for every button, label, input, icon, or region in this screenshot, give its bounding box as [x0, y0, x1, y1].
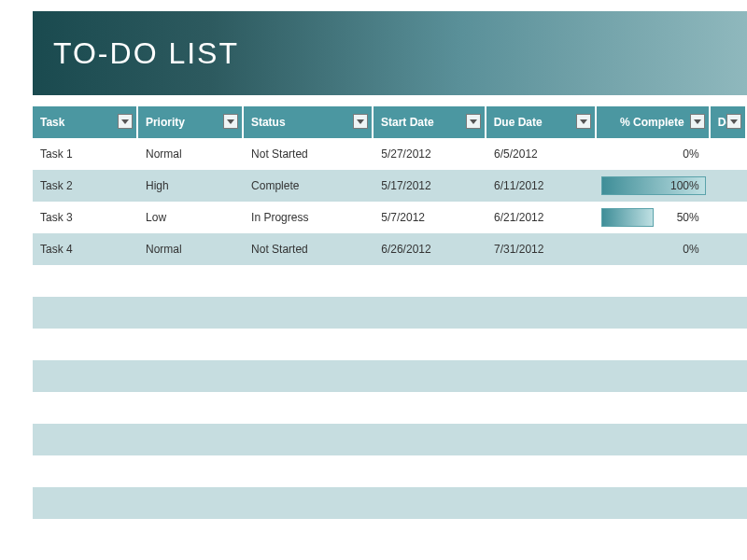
cell-due-date[interactable]: 6/11/2012 — [486, 170, 598, 202]
empty-cell[interactable] — [244, 360, 374, 392]
filter-dropdown-icon[interactable] — [726, 114, 741, 129]
column-header-priority[interactable]: Priority — [138, 106, 244, 138]
empty-cell[interactable] — [244, 392, 374, 424]
cell-priority[interactable]: Normal — [138, 233, 244, 265]
cell-start-date[interactable]: 5/7/2012 — [374, 202, 486, 233]
empty-cell[interactable] — [374, 297, 486, 329]
empty-cell[interactable] — [33, 487, 138, 519]
cell-task[interactable]: Task 3 — [33, 202, 138, 233]
table-row-empty[interactable] — [33, 455, 747, 487]
cell-done[interactable] — [711, 170, 747, 202]
cell-start-date[interactable]: 5/17/2012 — [374, 170, 486, 202]
empty-cell[interactable] — [138, 360, 244, 392]
empty-cell[interactable] — [138, 424, 244, 455]
empty-cell[interactable] — [598, 265, 711, 297]
empty-cell[interactable] — [138, 392, 244, 424]
cell-percent-complete[interactable]: 0% — [598, 233, 711, 265]
column-header--complete[interactable]: % Complete — [597, 106, 710, 138]
empty-cell[interactable] — [374, 519, 486, 551]
empty-cell[interactable] — [244, 424, 374, 455]
empty-cell[interactable] — [486, 487, 598, 519]
cell-task[interactable]: Task 2 — [33, 170, 138, 202]
cell-due-date[interactable]: 6/5/2012 — [486, 138, 598, 170]
filter-dropdown-icon[interactable] — [118, 114, 133, 129]
empty-cell[interactable] — [711, 360, 747, 392]
empty-cell[interactable] — [486, 519, 598, 551]
cell-done[interactable] — [711, 202, 747, 233]
empty-cell[interactable] — [374, 455, 486, 487]
column-header-don[interactable]: Don — [711, 106, 747, 138]
cell-priority[interactable]: Low — [138, 202, 244, 233]
table-row-empty[interactable] — [33, 329, 747, 360]
empty-cell[interactable] — [486, 424, 598, 455]
cell-status[interactable]: Not Started — [244, 138, 374, 170]
cell-done[interactable] — [711, 233, 747, 265]
empty-cell[interactable] — [244, 487, 374, 519]
empty-cell[interactable] — [374, 329, 486, 360]
empty-cell[interactable] — [33, 392, 138, 424]
filter-dropdown-icon[interactable] — [353, 114, 368, 129]
empty-cell[interactable] — [33, 455, 138, 487]
cell-task[interactable]: Task 1 — [33, 138, 138, 170]
empty-cell[interactable] — [598, 424, 711, 455]
empty-cell[interactable] — [244, 265, 374, 297]
empty-cell[interactable] — [486, 455, 598, 487]
empty-cell[interactable] — [138, 487, 244, 519]
cell-start-date[interactable]: 6/26/2012 — [374, 233, 486, 265]
empty-cell[interactable] — [138, 455, 244, 487]
empty-cell[interactable] — [711, 487, 747, 519]
column-header-status[interactable]: Status — [244, 106, 374, 138]
cell-priority[interactable]: High — [138, 170, 244, 202]
column-header-due-date[interactable]: Due Date — [486, 106, 598, 138]
empty-cell[interactable] — [33, 519, 138, 551]
empty-cell[interactable] — [33, 265, 138, 297]
table-row-empty[interactable] — [33, 297, 747, 329]
empty-cell[interactable] — [711, 329, 747, 360]
empty-cell[interactable] — [244, 455, 374, 487]
empty-cell[interactable] — [374, 487, 486, 519]
empty-cell[interactable] — [486, 297, 598, 329]
filter-dropdown-icon[interactable] — [690, 114, 705, 129]
cell-status[interactable]: In Progress — [244, 202, 374, 233]
table-row[interactable]: Task 1NormalNot Started5/27/20126/5/2012… — [33, 138, 747, 170]
empty-cell[interactable] — [138, 519, 244, 551]
table-row-empty[interactable] — [33, 487, 747, 519]
column-header-task[interactable]: Task — [33, 106, 138, 138]
empty-cell[interactable] — [711, 297, 747, 329]
empty-cell[interactable] — [33, 424, 138, 455]
table-row[interactable]: Task 3LowIn Progress5/7/20126/21/201250% — [33, 202, 747, 233]
empty-cell[interactable] — [244, 297, 374, 329]
cell-start-date[interactable]: 5/27/2012 — [374, 138, 486, 170]
empty-cell[interactable] — [486, 392, 598, 424]
cell-percent-complete[interactable]: 100% — [598, 170, 711, 202]
table-row-empty[interactable] — [33, 519, 747, 551]
empty-cell[interactable] — [486, 265, 598, 297]
cell-done[interactable] — [711, 138, 747, 170]
cell-due-date[interactable]: 6/21/2012 — [486, 202, 598, 233]
filter-dropdown-icon[interactable] — [223, 114, 238, 129]
empty-cell[interactable] — [598, 329, 711, 360]
table-row-empty[interactable] — [33, 392, 747, 424]
table-row[interactable]: Task 4NormalNot Started6/26/20127/31/201… — [33, 233, 747, 265]
cell-priority[interactable]: Normal — [138, 138, 244, 170]
empty-cell[interactable] — [598, 360, 711, 392]
empty-cell[interactable] — [711, 424, 747, 455]
empty-cell[interactable] — [138, 297, 244, 329]
empty-cell[interactable] — [33, 297, 138, 329]
empty-cell[interactable] — [598, 297, 711, 329]
empty-cell[interactable] — [711, 455, 747, 487]
empty-cell[interactable] — [33, 329, 138, 360]
empty-cell[interactable] — [598, 455, 711, 487]
empty-cell[interactable] — [486, 329, 598, 360]
empty-cell[interactable] — [711, 265, 747, 297]
empty-cell[interactable] — [138, 265, 244, 297]
cell-status[interactable]: Complete — [244, 170, 374, 202]
empty-cell[interactable] — [374, 424, 486, 455]
empty-cell[interactable] — [598, 392, 711, 424]
empty-cell[interactable] — [244, 519, 374, 551]
empty-cell[interactable] — [486, 360, 598, 392]
empty-cell[interactable] — [598, 519, 711, 551]
filter-dropdown-icon[interactable] — [576, 114, 591, 129]
empty-cell[interactable] — [598, 487, 711, 519]
empty-cell[interactable] — [711, 392, 747, 424]
